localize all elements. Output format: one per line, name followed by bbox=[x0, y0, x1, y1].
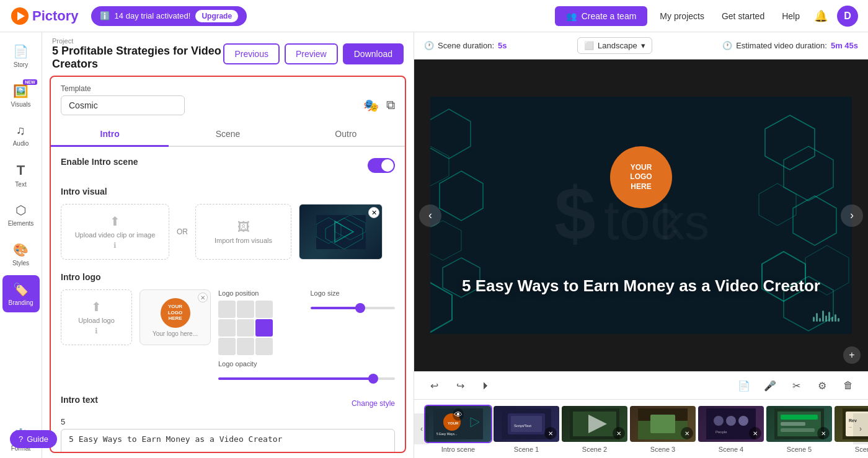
clock-icon: 🕐 bbox=[424, 41, 434, 50]
timeline-right-arrow[interactable]: › bbox=[853, 413, 868, 444]
upload-label: Upload video clip or image bbox=[75, 231, 156, 239]
change-style-link[interactable]: Change style bbox=[352, 399, 395, 408]
logo-upload-box[interactable]: ⬆ Upload logo ℹ bbox=[61, 289, 132, 345]
pos-cell-mr[interactable] bbox=[255, 319, 273, 337]
logo-position-label: Logo position bbox=[218, 289, 303, 297]
s2-overlay-btn[interactable]: ✕ bbox=[613, 427, 625, 439]
pos-cell-bc[interactable] bbox=[237, 338, 254, 355]
cut-button[interactable]: ✂ bbox=[786, 376, 806, 395]
zoom-button[interactable]: + bbox=[843, 346, 861, 364]
pos-cell-mc[interactable] bbox=[237, 319, 254, 337]
s4-overlay-btn[interactable]: ✕ bbox=[749, 427, 761, 439]
svg-rect-48 bbox=[781, 428, 815, 432]
est-clock-icon: 🕐 bbox=[722, 41, 732, 50]
canvas-prev-arrow[interactable]: ‹ bbox=[419, 205, 441, 227]
upload-video-box[interactable]: ⬆ Upload video clip or image ℹ bbox=[61, 204, 169, 260]
logo-opacity-slider[interactable] bbox=[218, 377, 395, 380]
preview-thumbnail: ✕ bbox=[299, 204, 383, 260]
sidebar-item-styles[interactable]: 🎨 Styles bbox=[2, 236, 40, 273]
guide-label: Guide bbox=[27, 434, 48, 444]
download-button[interactable]: Download bbox=[343, 43, 404, 64]
pos-cell-br[interactable] bbox=[255, 338, 273, 355]
sidebar-item-audio[interactable]: ♫ Audio bbox=[2, 117, 40, 154]
info-icon: ℹ bbox=[113, 241, 117, 250]
logo-position-group: Logo position bbox=[218, 289, 303, 355]
svg-text:ks: ks bbox=[660, 195, 709, 250]
story-icon: 📄 bbox=[13, 44, 29, 59]
svg-point-42 bbox=[738, 416, 748, 426]
app-logo[interactable]: Pictory bbox=[10, 6, 79, 26]
template-row: 🎭 ⧉ bbox=[61, 95, 395, 115]
notifications-icon[interactable]: 🔔 bbox=[812, 7, 830, 25]
s5-thumb-inner: ✕ bbox=[765, 405, 833, 443]
logo-opacity-group: Logo opacity bbox=[218, 360, 395, 382]
preview-button[interactable]: Preview bbox=[285, 43, 338, 64]
my-projects-link[interactable]: My projects bbox=[655, 11, 709, 21]
undo-button[interactable]: ↩ bbox=[424, 376, 444, 395]
pos-cell-tc[interactable] bbox=[237, 301, 254, 318]
s6-label: Scene 6 bbox=[855, 446, 868, 453]
pos-cell-bl[interactable] bbox=[218, 338, 236, 355]
intro-logo-title: Intro logo bbox=[61, 272, 395, 282]
panel-content: Enable Intro scene Intro visual ⬆ Upload… bbox=[51, 147, 405, 452]
logo-section: Intro logo ⬆ Upload logo ℹ ✕ YOURLOGOHER… bbox=[61, 272, 395, 382]
guide-button[interactable]: ? Guide bbox=[10, 430, 57, 448]
palette-icon[interactable]: 🎭 bbox=[363, 98, 379, 113]
mic-button[interactable]: 🎤 bbox=[760, 376, 780, 395]
top-navigation: Pictory ℹ️ 14 day trial activated! Upgra… bbox=[0, 0, 868, 32]
pos-cell-tl[interactable] bbox=[218, 301, 236, 318]
previous-button[interactable]: Previous bbox=[223, 43, 279, 64]
scene-thumb-3[interactable]: ✕ Scene 3 bbox=[629, 405, 697, 453]
play-button[interactable]: ⏵ bbox=[476, 376, 496, 395]
canvas-next-arrow[interactable]: › bbox=[841, 205, 863, 227]
landscape-select[interactable]: ⬜ Landscape ▾ bbox=[577, 37, 652, 54]
or-text: OR bbox=[177, 227, 188, 236]
tab-scene[interactable]: Scene bbox=[169, 123, 286, 147]
logo-remove-button[interactable]: ✕ bbox=[198, 293, 208, 302]
sidebar-item-text[interactable]: T Text bbox=[2, 156, 40, 193]
preview-close-button[interactable]: ✕ bbox=[368, 207, 379, 218]
scene-thumb-intro[interactable]: YOUR 5 Easy Ways... 👁 Intro scene bbox=[424, 405, 492, 453]
redo-button[interactable]: ↪ bbox=[450, 376, 470, 395]
template-input[interactable] bbox=[61, 95, 185, 115]
main-layout: 📄 Story NEW 🖼️ Visuals ♫ Audio T Text ⬡ … bbox=[0, 32, 868, 458]
timeline-scroll: YOUR 5 Easy Ways... 👁 Intro scene bbox=[414, 405, 868, 453]
s5-overlay-btn[interactable]: ✕ bbox=[817, 427, 830, 439]
tab-outro[interactable]: Outro bbox=[287, 123, 405, 147]
logo-ctrl-row: Logo position bbox=[218, 289, 395, 355]
timeline-left-arrow[interactable]: ‹ bbox=[414, 413, 429, 444]
svg-point-40 bbox=[714, 416, 724, 426]
project-title: 5 Profitable Strategies for Video Creato… bbox=[52, 45, 223, 71]
caption-button[interactable]: 📄 bbox=[734, 376, 754, 395]
settings-button[interactable]: ⚙ bbox=[812, 376, 832, 395]
enable-intro-toggle[interactable] bbox=[368, 158, 395, 173]
upload-icon: ⬆ bbox=[110, 214, 120, 229]
upgrade-button[interactable]: Upgrade bbox=[195, 10, 238, 22]
sidebar-item-branding[interactable]: 🏷️ Branding bbox=[2, 275, 40, 312]
landscape-label: Landscape bbox=[598, 41, 637, 50]
s1-overlay-btn[interactable]: ✕ bbox=[544, 427, 557, 439]
scene-thumb-2[interactable]: ✕ Scene 2 bbox=[560, 405, 629, 453]
sidebar-item-elements[interactable]: ⬡ Elements bbox=[2, 196, 40, 233]
sidebar-item-visuals[interactable]: NEW 🖼️ Visuals bbox=[2, 77, 40, 114]
intro-text-input[interactable]: 5 Easy Ways to Earn Money as a Video Cre… bbox=[61, 429, 395, 452]
logo-size-slider[interactable] bbox=[311, 307, 396, 309]
copy-icon[interactable]: ⧉ bbox=[386, 98, 395, 113]
help-link[interactable]: Help bbox=[777, 11, 805, 21]
scene-thumb-4[interactable]: People ✕ Scene 4 bbox=[697, 405, 765, 453]
waveform bbox=[813, 310, 839, 322]
s2-thumb-inner: ✕ bbox=[560, 405, 629, 443]
delete-button[interactable]: 🗑 bbox=[838, 376, 858, 395]
get-started-link[interactable]: Get started bbox=[717, 11, 769, 21]
scene-thumb-1[interactable]: Script/Text ✕ Scene 1 bbox=[492, 405, 560, 453]
pos-cell-ml[interactable] bbox=[218, 319, 236, 337]
sidebar-item-story[interactable]: 📄 Story bbox=[2, 37, 40, 74]
create-team-button[interactable]: 👥 Create a team bbox=[555, 6, 648, 26]
avatar[interactable]: D bbox=[837, 6, 858, 27]
estimated-duration: 🕐 Estimated video duration: 5m 45s bbox=[722, 41, 858, 50]
tab-intro[interactable]: Intro bbox=[51, 123, 169, 147]
import-visuals-box[interactable]: 🖼 Import from visuals bbox=[195, 204, 291, 260]
pos-cell-tr[interactable] bbox=[255, 301, 273, 318]
s3-overlay-btn[interactable]: ✕ bbox=[681, 427, 693, 439]
scene-thumb-5[interactable]: ✕ Scene 5 bbox=[765, 405, 833, 453]
